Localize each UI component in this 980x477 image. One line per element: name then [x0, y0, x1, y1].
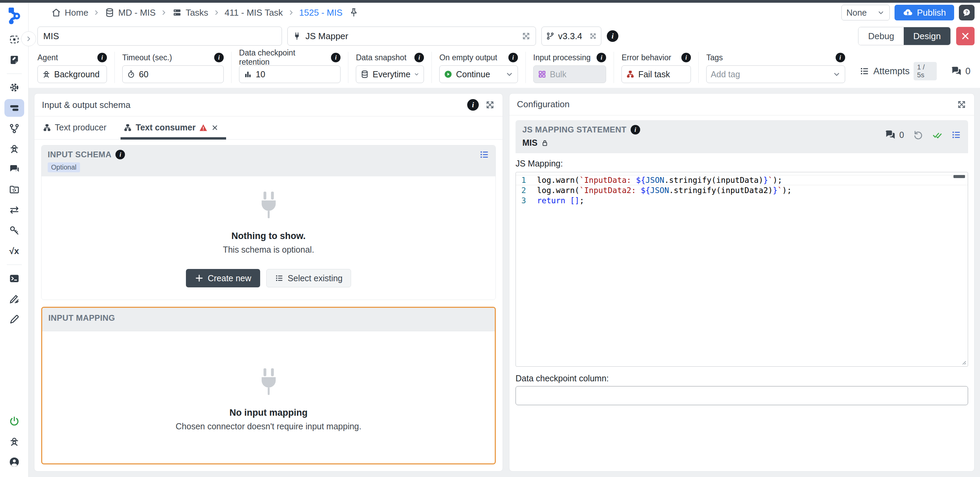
statement-comments-button[interactable]: 0 [884, 129, 904, 141]
folder-gear-icon[interactable] [5, 181, 24, 199]
agent-select[interactable]: Background [37, 65, 107, 83]
checkpoint-retention-input-wrap [239, 65, 340, 83]
expand-icon[interactable] [589, 31, 597, 41]
expand-icon[interactable] [521, 31, 531, 41]
code-line[interactable]: 2log.warn(`InputData2: ${JSON.stringify(… [516, 185, 968, 196]
design-tools-icon[interactable] [5, 290, 24, 308]
publish-button[interactable]: Publish [894, 5, 954, 21]
spy-icon[interactable] [5, 433, 24, 450]
chevron-down-icon [877, 9, 885, 16]
undo-icon[interactable] [913, 130, 923, 140]
input-schema-title: INPUT SCHEMA [48, 150, 111, 159]
list-icon[interactable] [951, 130, 961, 140]
close-task-button[interactable] [956, 27, 975, 45]
select-existing-button[interactable]: Select existing [266, 269, 351, 287]
breadcrumb-task[interactable]: 411 - MIS Task [225, 8, 283, 18]
breadcrumb-current[interactable]: 1525 - MIS [299, 8, 342, 18]
breadcrumb-tasks[interactable]: Tasks [172, 8, 208, 18]
on-empty-output-select[interactable]: Continue [439, 65, 518, 83]
task-comments-button[interactable]: 0 [950, 65, 970, 77]
code-line[interactable]: 1log.warn(`InputData: ${JSON.stringify(i… [516, 175, 968, 185]
terminal-icon[interactable] [5, 270, 24, 287]
line-number: 3 [516, 196, 537, 205]
branch-icon[interactable] [5, 119, 24, 137]
comments-icon[interactable] [5, 161, 24, 178]
pencil-icon[interactable] [5, 310, 24, 328]
info-icon[interactable]: i [681, 53, 691, 62]
expand-icon[interactable] [485, 100, 495, 110]
chevron-down-icon [505, 70, 514, 78]
play-circle-icon [444, 70, 453, 79]
debug-tab[interactable]: Debug [858, 27, 904, 45]
create-new-button[interactable]: Create new [186, 269, 260, 287]
info-icon[interactable]: i [508, 53, 518, 62]
connector-field[interactable]: JS Mapper [287, 27, 536, 46]
app-logo[interactable] [6, 6, 23, 24]
task-version-field[interactable]: v3.3.4 [541, 27, 601, 46]
task-list-icon[interactable] [5, 99, 24, 117]
close-tab-icon[interactable] [211, 124, 219, 131]
info-icon[interactable]: i [835, 53, 845, 62]
tab-text-producer[interactable]: Text producer [42, 116, 107, 139]
double-check-icon[interactable] [932, 130, 942, 140]
list-icon[interactable] [479, 149, 489, 160]
code-line[interactable]: 3return []; [516, 196, 968, 206]
info-icon[interactable]: i [115, 150, 125, 159]
info-icon[interactable]: i [597, 53, 606, 62]
plug-icon [293, 32, 301, 41]
plug-icon [258, 368, 280, 399]
breadcrumb-home[interactable]: Home [51, 8, 88, 18]
chevron-right-icon [93, 9, 100, 16]
sidebar-expand-button[interactable] [21, 31, 36, 46]
js-mapping-statement-header: JS MAPPING STATEMENT i MIS 0 [515, 120, 968, 153]
transfer-arrows-icon[interactable] [5, 201, 24, 219]
list-icon [275, 274, 284, 283]
resize-handle-icon[interactable] [959, 358, 967, 365]
code-text: log.warn(`InputData2: ${JSON.stringify(i… [537, 186, 792, 195]
editor-label: JS Mapping: [515, 159, 968, 169]
timeout-input[interactable] [139, 70, 219, 80]
version-dropdown[interactable]: None [842, 5, 890, 21]
design-tab[interactable]: Design [904, 27, 950, 45]
editor-scrollbar-thumb[interactable] [953, 175, 965, 178]
optional-badge: Optional [48, 162, 80, 172]
chevron-right-icon [288, 9, 294, 16]
key-icon[interactable] [5, 222, 24, 239]
info-icon[interactable]: i [607, 30, 618, 42]
user-icon[interactable] [5, 453, 24, 471]
code-editor[interactable]: 1log.warn(`InputData: ${JSON.stringify(i… [515, 172, 968, 367]
columns-icon [243, 70, 252, 79]
database-icon [360, 70, 369, 79]
configuration-title: Configuration [517, 99, 570, 110]
expand-icon[interactable] [956, 99, 967, 110]
gear-icon[interactable] [5, 79, 24, 96]
info-icon[interactable]: i [467, 99, 479, 111]
pin-icon[interactable] [349, 8, 359, 18]
tags-select[interactable]: Add tag [706, 65, 845, 83]
input-mapping-body: No input mapping Chosen connector doesn'… [42, 331, 495, 463]
content-area: Input & output schema i Text producer Te… [29, 88, 980, 477]
statement-title: JS MAPPING STATEMENT [522, 125, 627, 135]
info-icon[interactable]: i [414, 53, 424, 62]
help-button[interactable]: ? [959, 5, 975, 21]
configuration-header: Configuration [509, 94, 974, 115]
sidebar-divider [7, 73, 22, 74]
formula-icon[interactable]: √x [5, 242, 24, 260]
spy-icon[interactable] [5, 140, 24, 157]
notes-icon[interactable] [5, 51, 24, 69]
tab-text-consumer[interactable]: Text consumer [123, 116, 219, 139]
breadcrumb-project[interactable]: MD - MIS [105, 8, 156, 18]
data-checkpoint-input[interactable] [515, 386, 968, 405]
data-snapshot-select[interactable]: Everytime [356, 65, 424, 83]
timeout-field: Timeout (sec.)i [115, 52, 231, 83]
checkpoint-retention-input[interactable] [256, 70, 336, 80]
info-icon[interactable]: i [214, 53, 224, 62]
info-icon[interactable]: i [631, 125, 640, 135]
task-name-input[interactable] [37, 27, 282, 46]
info-icon[interactable]: i [97, 53, 107, 62]
power-icon[interactable] [5, 412, 24, 430]
info-icon[interactable]: i [331, 53, 340, 62]
attempts-button[interactable]: Attempts 1 / 5s [859, 62, 937, 80]
error-behavior-select[interactable]: Fail task [621, 65, 691, 83]
line-number: 2 [516, 186, 537, 195]
